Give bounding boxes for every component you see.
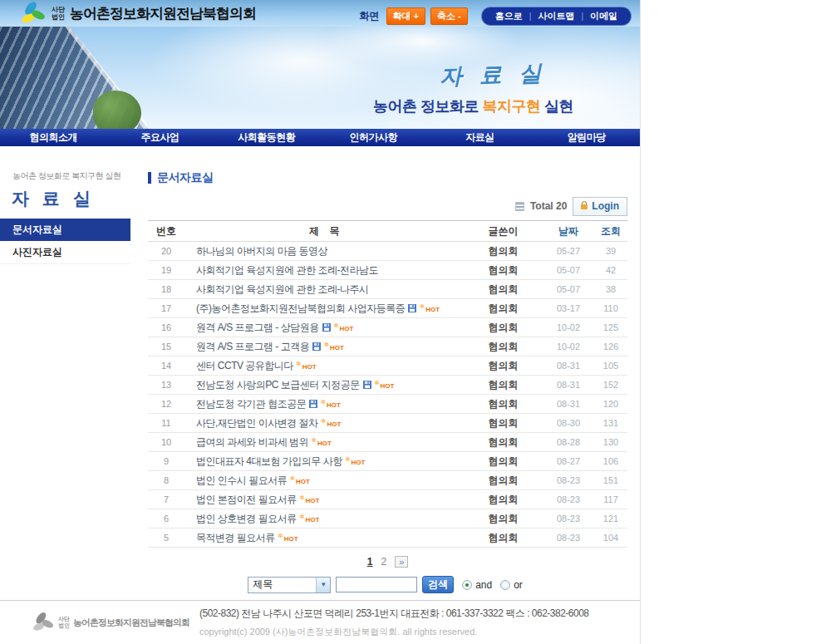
nav-item-about[interactable]: 협의회소개 <box>0 130 106 145</box>
sitemap-link[interactable]: 사이트맵 <box>538 10 574 22</box>
post-author: 협의회 <box>464 378 543 392</box>
footer-org-type: 사단 법인 <box>58 616 70 629</box>
table-row: 16 원격 A/S 프로그램 - 상담원용HOT 협의회 10-02 125 <box>148 318 627 337</box>
next-page-button[interactable]: » <box>395 556 408 568</box>
hero-tagline: 농어촌 정보화로 복지구현 실현 <box>373 96 573 116</box>
hero-banner: 자 료 실 농어촌 정보화로 복지구현 실현 <box>0 27 640 129</box>
hot-badge-icon: HOT <box>420 306 440 313</box>
post-views: 151 <box>594 475 627 485</box>
row-number: 14 <box>148 361 184 371</box>
home-link[interactable]: 홈으로 <box>495 10 523 22</box>
site-logo[interactable]: 사단 법인 농어촌정보화지원전남북협의회 <box>20 1 256 26</box>
post-title-link[interactable]: (주)농어촌정보화지원전남북협의회 사업자등록증HOT <box>184 302 464 316</box>
row-number: 10 <box>148 437 184 447</box>
and-radio[interactable] <box>462 580 472 590</box>
zoom-in-button[interactable]: 확대 + <box>386 7 425 25</box>
post-author: 협의회 <box>464 302 543 316</box>
sidebar-item-document-archive[interactable]: 문서자료실 <box>0 219 130 241</box>
board-table: 번호 제 목 글쓴이 날짜 조회 20 하나님의 아버지의 마음 동영상HOT … <box>148 220 627 548</box>
hot-badge-icon: HOT <box>322 420 342 428</box>
post-title-link[interactable]: 원격 A/S 프로그램 - 고객용HOT <box>184 340 464 354</box>
search-input[interactable] <box>336 577 417 592</box>
nav-item-licensing[interactable]: 인허가사항 <box>320 130 426 145</box>
post-title-link[interactable]: 법인대표자 4대보험 가입의무 사항HOT <box>184 455 464 469</box>
row-number: 17 <box>148 303 184 313</box>
table-row: 18 사회적기업 육성지원에 관한 조례-나주시HOT 협의회 05-07 38 <box>148 280 627 299</box>
post-views: 106 <box>594 456 627 466</box>
search-row: 제목 ▼ 검색 and or <box>148 576 627 593</box>
post-views: 39 <box>594 246 627 256</box>
attachment-disk-icon <box>408 304 416 312</box>
post-date: 08-23 <box>543 533 594 543</box>
search-button[interactable]: 검색 <box>422 576 454 593</box>
attachment-disk-icon <box>309 400 317 408</box>
page-link-1[interactable]: 1 <box>367 556 373 568</box>
search-field-select[interactable]: 제목 ▼ <box>248 577 331 593</box>
post-author: 협의회 <box>464 512 543 526</box>
post-title-link[interactable]: 전남도청 사랑의PC 보급센터 지정공문HOT <box>184 378 464 392</box>
post-date: 10-02 <box>543 322 594 332</box>
post-title-link[interactable]: 하나님의 아버지의 마음 동영상HOT <box>184 244 464 258</box>
post-title-link[interactable]: 전남도청 각기관 협조공문HOT <box>184 397 464 411</box>
top-bar: 사단 법인 농어촌정보화지원전남북협의회 화면 확대 + 축소 - 홈으로 | … <box>0 0 640 27</box>
post-title-link[interactable]: 법인 인수시 필요서류HOT <box>184 474 464 488</box>
row-number: 16 <box>148 322 184 332</box>
search-logic-options: and or <box>462 579 528 591</box>
sidebar: 농어촌 정보화로 복지구현 실현 자 료 실 문서자료실 사진자료실 <box>0 146 130 264</box>
hero-tree-image <box>93 91 141 129</box>
table-row: 9 법인대표자 4대보험 가입의무 사항HOT 협의회 08-27 106 <box>148 452 627 471</box>
row-number: 11 <box>148 418 184 428</box>
email-link[interactable]: 이메일 <box>590 10 617 22</box>
post-views: 42 <box>594 265 627 275</box>
login-label: Login <box>592 200 619 212</box>
post-title-link[interactable]: 법인 본점이전 필요서류HOT <box>184 493 464 507</box>
table-header-row: 번호 제 목 글쓴이 날짜 조회 <box>148 221 627 242</box>
and-label: and <box>475 579 492 591</box>
zoom-out-button[interactable]: 축소 - <box>430 7 468 25</box>
post-title-link[interactable]: 센터 CCTV 공유합니다HOT <box>184 359 464 373</box>
nav-item-programs[interactable]: 주요사업 <box>106 130 213 145</box>
post-date: 08-23 <box>543 514 594 524</box>
post-author: 협의회 <box>464 244 543 258</box>
page-link-2[interactable]: 2 <box>381 556 387 568</box>
post-title-link[interactable]: 급여의 과세와 비과세 범위HOT <box>184 435 464 450</box>
table-row: 15 원격 A/S 프로그램 - 고객용HOT 협의회 10-02 126 <box>148 337 627 356</box>
post-title-link[interactable]: 사회적기업 육성지원에 관한 조례-나주시HOT <box>184 283 464 297</box>
nav-item-archive[interactable]: 자료실 <box>426 130 533 145</box>
nav-item-news[interactable]: 알림마당 <box>534 130 640 145</box>
col-header-author: 글쓴이 <box>464 224 543 238</box>
post-author: 협의회 <box>464 397 543 411</box>
table-row: 19 사회적기업 육성지원에 관한 조례-전라남도HOT 협의회 05-07 4… <box>148 261 627 280</box>
table-row: 14 센터 CCTV 공유합니다HOT 협의회 08-31 105 <box>148 356 627 376</box>
row-number: 5 <box>148 533 184 543</box>
hot-badge-icon: HOT <box>312 440 332 447</box>
post-author: 협의회 <box>464 321 543 335</box>
post-author: 협의회 <box>464 455 543 469</box>
post-date: 08-31 <box>543 380 594 390</box>
link-separator: | <box>529 12 532 21</box>
nav-item-activities[interactable]: 사회활동현황 <box>214 130 320 145</box>
row-number: 19 <box>148 265 184 275</box>
heading-bar-icon <box>148 172 151 184</box>
post-title-link[interactable]: 목적변경 필요서류HOT <box>184 531 464 545</box>
table-row: 6 법인 상호변경 필요서류HOT 협의회 08-23 121 <box>148 509 627 528</box>
post-title-link[interactable]: 사회적기업 육성지원에 관한 조례-전라남도HOT <box>184 263 464 278</box>
post-title-link[interactable]: 사단,재단법인 이사변경 절차HOT <box>184 416 464 430</box>
sidebar-item-photo-archive[interactable]: 사진자료실 <box>0 241 130 264</box>
or-radio[interactable] <box>500 580 510 590</box>
main-nav: 협의회소개 주요사업 사회활동현황 인허가사항 자료실 알림마당 <box>0 129 640 146</box>
page: 사단 법인 농어촌정보화지원전남북협의회 화면 확대 + 축소 - 홈으로 | … <box>0 0 641 644</box>
post-title-link[interactable]: 법인 상호변경 필요서류HOT <box>184 512 464 526</box>
post-author: 협의회 <box>464 359 543 373</box>
login-button[interactable]: Login <box>573 197 627 216</box>
post-date: 08-31 <box>543 361 594 371</box>
post-date: 08-27 <box>543 456 594 466</box>
table-row: 20 하나님의 아버지의 마음 동영상HOT 협의회 05-27 39 <box>148 242 627 261</box>
row-number: 7 <box>148 494 184 504</box>
row-number: 20 <box>148 246 184 256</box>
footer-address: (502-832) 전남 나주시 산포면 덕례리 253-1번지 대표전화 : … <box>199 607 589 621</box>
post-title-link[interactable]: 원격 A/S 프로그램 - 상담원용HOT <box>184 321 464 335</box>
post-views: 104 <box>594 533 627 543</box>
table-row: 8 법인 인수시 필요서류HOT 협의회 08-23 151 <box>148 471 627 490</box>
chevron-down-icon: ▼ <box>316 578 330 592</box>
